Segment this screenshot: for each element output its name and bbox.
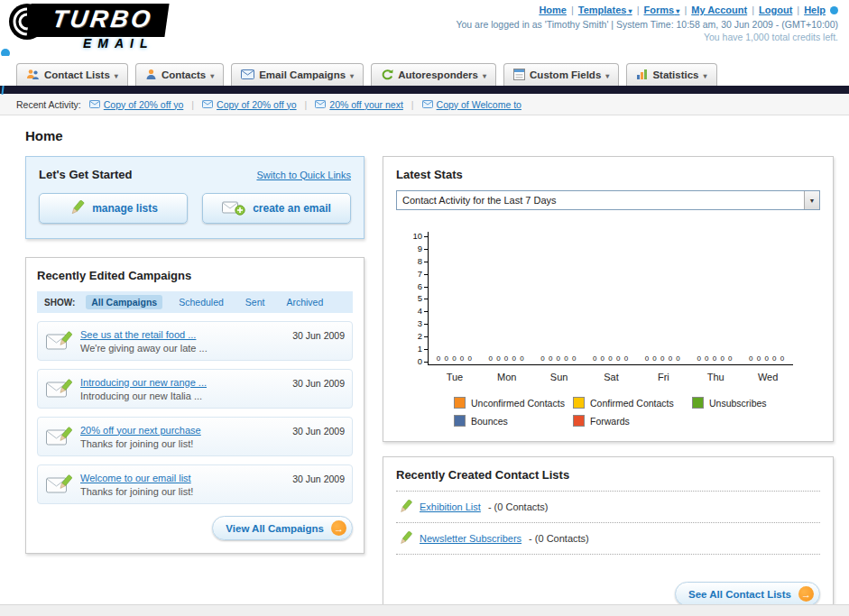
campaign-text: Introducing our new range ... Introducin…	[80, 377, 284, 401]
chart-x-axis: Tue Mon Sun Sat Fri Thu Wed	[429, 372, 794, 382]
nav-divider-bar	[0, 86, 849, 94]
top-link-logout[interactable]: Logout	[759, 5, 792, 15]
separator	[191, 99, 194, 110]
campaign-title-link[interactable]: Introducing our new range ...	[80, 377, 207, 388]
get-started-panel: Let's Get Started Switch to Quick Links	[25, 156, 365, 239]
contact-list-row: Exhibition List - (0 Contacts)	[396, 491, 820, 522]
recent-activity-item[interactable]: Copy of Welcome to	[422, 99, 521, 110]
legend-label: Bounces	[471, 416, 508, 427]
tab-statistics[interactable]: Statistics	[626, 63, 716, 86]
envelope-pencil-icon	[45, 378, 72, 400]
top-link-templates[interactable]: Templates	[578, 5, 632, 15]
recent-activity-item[interactable]: Copy of 20% off yo	[202, 99, 297, 110]
legend-swatch	[692, 397, 704, 409]
view-all-campaigns-button[interactable]: View All Campaigns →	[212, 516, 353, 540]
separator	[684, 5, 687, 15]
top-link-help[interactable]: Help	[804, 5, 826, 15]
create-email-label: create an email	[253, 202, 331, 215]
tab-autoresponders[interactable]: Autoresponders	[371, 63, 496, 86]
view-all-campaigns-label: View All Campaigns	[226, 523, 324, 534]
filter-scheduled[interactable]: Scheduled	[173, 295, 229, 309]
manage-lists-button[interactable]: manage lists	[39, 193, 188, 224]
envelope-pencil-icon	[45, 330, 72, 352]
x-tick: Thu	[689, 372, 742, 382]
campaign-date: 30 Jun 2009	[292, 426, 345, 437]
top-link-my-account[interactable]: My Account	[691, 5, 747, 15]
filter-archived[interactable]: Archived	[281, 295, 328, 309]
filter-all-campaigns[interactable]: All Campaigns	[86, 295, 162, 309]
envelope-icon	[422, 100, 433, 108]
chevron-down-icon	[704, 69, 707, 80]
latest-stats-title: Latest Stats	[396, 168, 820, 181]
y-tick: 8	[418, 257, 428, 265]
latest-stats-panel: Latest Stats Contact Activity for the La…	[383, 156, 834, 442]
custom-fields-icon	[513, 69, 525, 80]
top-link-forms[interactable]: Forms	[644, 5, 680, 15]
recent-activity-bar: Recent Activity: Copy of 20% off yo Copy…	[0, 94, 849, 115]
legend-label: Unconfirmed Contacts	[471, 398, 565, 409]
chevron-down-icon	[115, 69, 118, 80]
campaign-date: 30 Jun 2009	[292, 378, 345, 389]
separator	[797, 5, 799, 15]
page-title: Home	[25, 128, 826, 143]
chart-plot-area: 0 0 0 0 0 0 0 0 0 0 0 0 0 0 0 0 0 0 0 0 …	[428, 232, 793, 365]
contact-lists-title: Recently Created Contact Lists	[396, 468, 820, 482]
tab-email-campaigns[interactable]: Email Campaigns	[231, 63, 364, 86]
help-icon[interactable]	[830, 6, 838, 14]
chevron-down-icon	[605, 69, 609, 80]
chart-bar-values: 0 0 0 0 0 0 0 0 0 0 0 0 0 0 0 0 0 0 0 0 …	[429, 354, 793, 363]
legend-label: Forwards	[590, 416, 630, 427]
chevron-down-icon: ▼	[804, 191, 819, 209]
bar-value-group: 0 0 0 0 0	[532, 354, 585, 363]
tab-label: Statistics	[652, 69, 698, 80]
recent-activity-item[interactable]: 20% off your next	[315, 99, 403, 110]
campaign-row: 20% off your next purchase Thanks for jo…	[37, 417, 353, 456]
contact-list-link[interactable]: Newsletter Subscribers	[420, 533, 521, 544]
top-link-home[interactable]: Home	[539, 5, 567, 15]
campaign-row: See us at the retail food ... We're givi…	[37, 321, 353, 361]
tab-label: Contacts	[161, 69, 206, 80]
legend-swatch	[454, 415, 466, 427]
tab-label: Email Campaigns	[259, 69, 346, 80]
contact-lists-items: Exhibition List - (0 Contacts)	[396, 491, 820, 555]
see-all-contact-lists-button[interactable]: See All Contact Lists →	[675, 582, 820, 606]
envelope-icon	[202, 100, 213, 108]
separator	[571, 5, 574, 15]
y-tick: 0	[418, 357, 428, 365]
tab-contact-lists[interactable]: Contact Lists	[16, 63, 128, 86]
recent-activity-item[interactable]: Copy of 20% off yo	[89, 99, 184, 110]
campaign-title-link[interactable]: Welcome to our email list	[80, 473, 191, 483]
campaign-row: Introducing our new range ... Introducin…	[37, 369, 353, 409]
separator	[305, 99, 308, 110]
main-navigation: Contact Lists Contacts Email Campaigns	[0, 56, 849, 86]
campaign-text: 20% off your next purchase Thanks for jo…	[80, 425, 284, 449]
y-tick: 3	[418, 319, 428, 327]
separator	[637, 5, 640, 15]
campaign-subtitle: We're giving away our late ...	[80, 343, 284, 354]
campaign-text: Welcome to our email list Thanks for joi…	[80, 473, 284, 497]
switch-quick-links-link[interactable]: Switch to Quick Links	[256, 170, 351, 180]
tab-contacts[interactable]: Contacts	[135, 63, 224, 86]
statistics-icon	[636, 69, 648, 80]
y-tick: 7	[418, 270, 428, 278]
tab-label: Contact Lists	[44, 69, 110, 80]
create-email-button[interactable]: create an email	[202, 193, 351, 224]
x-tick: Sat	[586, 372, 638, 382]
stats-period-select[interactable]: Contact Activity for the Last 7 Days ▼	[396, 190, 820, 210]
legend-item: Unconfirmed Contacts	[454, 397, 573, 409]
credits-info: You have 1,000 total credits left.	[456, 32, 838, 42]
bar-value-group: 0 0 0 0 0	[637, 354, 689, 363]
campaigns-panel-title: Recently Edited Campaigns	[37, 269, 353, 282]
tab-custom-fields[interactable]: Custom Fields	[503, 63, 619, 86]
legend-swatch	[454, 397, 466, 409]
campaign-title-link[interactable]: See us at the retail food ...	[80, 329, 196, 340]
content: Home Let's Get Started Switch to Quick L…	[0, 115, 849, 616]
filter-sent[interactable]: Sent	[240, 295, 271, 309]
x-tick: Fri	[637, 372, 689, 382]
y-tick: 1	[418, 345, 428, 353]
campaign-title-link[interactable]: 20% off your next purchase	[80, 425, 201, 436]
contact-list-link[interactable]: Exhibition List	[420, 501, 481, 512]
logo: TURBO EMAIL	[5, 2, 258, 54]
autoresponders-icon	[381, 69, 393, 80]
x-tick: Wed	[742, 372, 794, 382]
